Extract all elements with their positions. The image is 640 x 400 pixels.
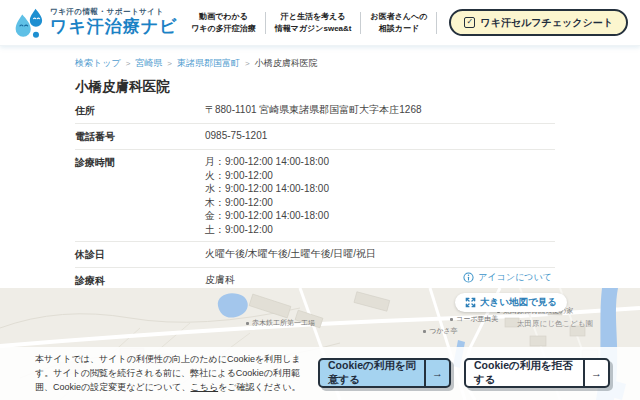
nav-divider [436,12,437,34]
cookie-text-after: をご確認ください。 [218,382,300,392]
arrow-right-icon: → [424,360,449,386]
phone-label: 電話番号 [75,129,205,144]
logo-title: ワキ汗治療ナビ [50,17,178,37]
breadcrumb-separator: > [245,59,250,68]
nav-item-consult-card[interactable]: お医者さんへの 相談カード [361,11,436,34]
nav-item-consult-line2: 相談カード [370,23,427,35]
map-poi-restaurant: つかさ亭 [423,326,458,336]
breadcrumb-current: 小橋皮膚科医院 [255,57,318,70]
view-larger-map-button[interactable]: 大きい地図で見る [455,293,567,312]
hours-thursday: 木：9:00-12:00 [205,196,329,210]
cookie-details-link[interactable]: こちら [191,382,219,392]
table-row-address: 住所 〒880-1101 宮崎県東諸県郡国富町大字本庄1268 [75,98,555,124]
nav-item-video-line2: ワキの多汗症治療 [191,23,256,35]
table-row-phone: 電話番号 0985-75-1201 [75,124,555,150]
page-title: 小橋皮膚科医院 [75,78,170,96]
closed-days-label: 休診日 [75,247,205,262]
table-row-hours: 診療時間 月：9:00-12:00 14:00-18:00 火：9:00-12:… [75,150,555,242]
nav-item-video[interactable]: 動画でわかる ワキの多汗症治療 [182,11,265,34]
nav-item-magazine[interactable]: 汗と生活を考える 情報マガジンswea&t [266,11,361,34]
phone-value: 0985-75-1201 [205,129,267,144]
address-label: 住所 [75,103,205,118]
nav-item-magazine-line1: 汗と生活を考える [275,11,352,23]
cookie-deny-button[interactable]: Cookieの利用を拒否する → [464,358,610,388]
hours-label: 診療時間 [75,155,205,236]
cookie-agree-button[interactable]: Cookieの利用を同意する → [318,358,451,388]
poi-dot-icon [423,330,426,333]
hours-monday: 月：9:00-12:00 14:00-18:00 [205,155,329,169]
address-value: 〒880-1101 宮崎県東諸県郡国富町大字本庄1268 [205,103,422,118]
breadcrumb-search-top[interactable]: 検索トップ [75,57,121,70]
department-value: 皮膚科 [205,273,235,288]
closed-days-value: 火曜午後/木曜午後/土曜午後/日曜/祝日 [205,247,376,262]
poi-dot-icon [450,318,453,321]
clinic-info-table: 住所 〒880-1101 宮崎県東諸県郡国富町大字本庄1268 電話番号 098… [75,98,555,294]
self-check-label: ワキ汗セルフチェックシート [480,16,613,30]
expand-map-icon [465,297,476,308]
logo-tagline: ワキ汗の情報・サポートサイト [50,8,178,17]
cookie-deny-label: Cookieの利用を拒否する [466,360,583,386]
department-label: 診療科 [75,273,205,288]
hours-value: 月：9:00-12:00 14:00-18:00 火：9:00-12:00 水：… [205,155,329,236]
hours-friday: 金：9:00-12:00 14:00-18:00 [205,209,329,223]
about-icons-link[interactable]: アイコンについて [463,271,552,284]
logo-text: ワキ汗の情報・サポートサイト ワキ汗治療ナビ [50,8,178,36]
site-logo[interactable]: ワキ汗の情報・サポートサイト ワキ汗治療ナビ [10,5,178,41]
breadcrumb-separator: > [126,59,131,68]
site-header: ワキ汗の情報・サポートサイト ワキ汗治療ナビ 動画でわかる ワキの多汗症治療 汗… [0,0,640,46]
table-row-closed-days: 休診日 火曜午後/木曜午後/土曜午後/日曜/祝日 [75,242,555,268]
breadcrumb-town[interactable]: 東諸県郡国富町 [177,57,240,70]
hours-saturday: 土：9:00-12:00 [205,223,329,237]
breadcrumb-separator: > [167,59,172,68]
nav-item-magazine-line2: 情報マガジンswea&t [275,23,352,35]
map-poi-factory: 赤木鉄工所第一工場 [246,318,315,328]
arrow-right-icon: → [583,360,608,386]
about-icons-label: アイコンについて [478,271,552,284]
hours-wednesday: 水：9:00-12:00 14:00-18:00 [205,182,329,196]
water-drop-mascot-icon [10,5,44,41]
view-larger-map-label: 大きい地図で見る [480,296,557,309]
cookie-notice-text: 本サイトでは、サイトの利便性の向上のためにCookieを利用します。サイトの閲覧… [35,353,309,395]
breadcrumb: 検索トップ > 宮崎県 > 東諸県郡国富町 > 小橋皮膚科医院 [75,57,318,70]
map-poi-apartment: コーポ亜由美 [450,314,498,324]
nav-item-consult-line1: お医者さんへの [370,11,427,23]
info-icon [463,272,474,283]
self-check-sheet-button[interactable]: ✓ ワキ汗セルフチェックシート [449,9,628,36]
checkbox-icon: ✓ [464,17,475,28]
nav-item-video-line1: 動画でわかる [191,11,256,23]
cookie-agree-label: Cookieの利用を同意する [320,360,424,386]
poi-dot-icon [246,322,249,325]
map-poi-kindergarten: 太田原にじ色こども園 [517,319,593,329]
hours-tuesday: 火：9:00-12:00 [205,169,329,183]
breadcrumb-prefecture[interactable]: 宮崎県 [135,57,162,70]
